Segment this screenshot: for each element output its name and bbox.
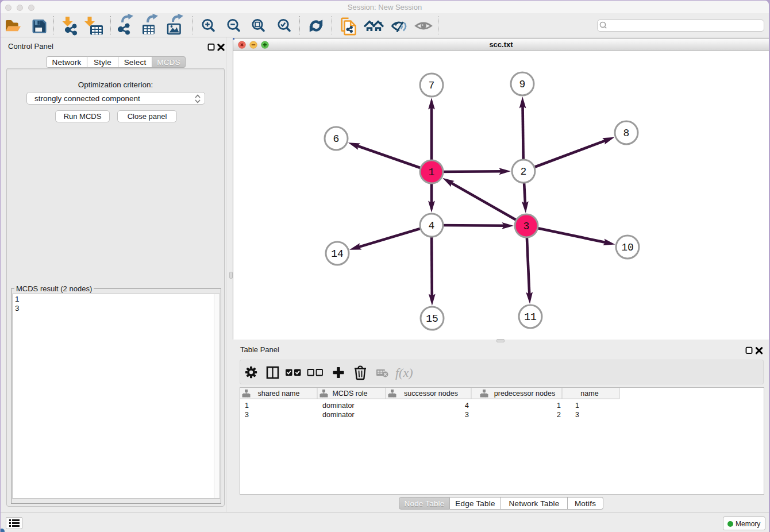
svg-text:7: 7 xyxy=(429,80,435,91)
svg-text:name: name xyxy=(580,390,598,398)
svg-text:MCDS role: MCDS role xyxy=(332,390,367,398)
svg-text:successor nodes: successor nodes xyxy=(404,390,458,398)
svg-text:dominator: dominator xyxy=(322,402,355,410)
svg-text:4: 4 xyxy=(465,402,469,410)
svg-text:1: 1 xyxy=(429,167,435,178)
svg-text:3: 3 xyxy=(465,411,469,419)
svg-text:1: 1 xyxy=(245,402,249,410)
svg-text:f(x): f(x) xyxy=(395,365,413,380)
svg-text:6: 6 xyxy=(333,133,340,145)
svg-text:3: 3 xyxy=(575,411,579,419)
svg-text:1: 1 xyxy=(575,402,579,410)
svg-text:9: 9 xyxy=(519,79,526,90)
svg-text:15: 15 xyxy=(426,313,438,325)
svg-text:4: 4 xyxy=(429,220,435,232)
svg-text:2: 2 xyxy=(557,411,561,419)
svg-text:8: 8 xyxy=(623,128,630,139)
svg-text:14: 14 xyxy=(331,248,344,260)
svg-text:shared name: shared name xyxy=(258,390,300,398)
svg-text:3: 3 xyxy=(523,221,530,232)
svg-text:11: 11 xyxy=(524,311,537,323)
svg-text:10: 10 xyxy=(621,242,634,253)
svg-text:1: 1 xyxy=(557,402,561,410)
svg-text:2: 2 xyxy=(521,166,527,178)
svg-text:predecessor nodes: predecessor nodes xyxy=(494,390,555,398)
svg-text:dominator: dominator xyxy=(322,411,355,419)
svg-text:3: 3 xyxy=(245,411,249,419)
